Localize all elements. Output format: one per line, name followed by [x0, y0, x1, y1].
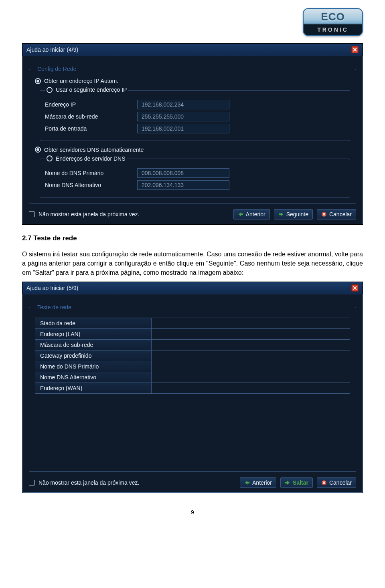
cancel-icon — [321, 211, 327, 217]
close-button[interactable] — [351, 284, 359, 292]
gateway-label: Porta de entrada — [45, 125, 137, 132]
cancel-button-label: Cancelar — [329, 479, 352, 486]
prev-button[interactable]: Anterior — [240, 477, 276, 488]
cancel-button[interactable]: Cancelar — [317, 477, 356, 488]
radio-auto-dns-label: Obter servidores DNS automaticamente — [44, 147, 144, 153]
radio-manual-ip-label: Usar o seguinte endereço IP — [56, 87, 127, 93]
ip-label: Endereço IP — [45, 101, 137, 108]
radio-manual-ip[interactable] — [47, 87, 53, 93]
dialog-title: Ajuda ao Iniciar (4/9) — [26, 46, 78, 53]
network-test-dialog: Ajuda ao Iniciar (5/9) Teste de rede Sta… — [22, 282, 363, 493]
dns1-label: Nome do DNS Primário — [45, 170, 137, 176]
network-config-fieldset: Config de Rede Obter um endereço IP Auto… — [29, 66, 356, 203]
table-row: Nome do DNS Primário — [35, 361, 350, 372]
dialog-title: Ajuda ao Iniciar (5/9) — [26, 285, 78, 291]
ip-input[interactable]: 192.168.002.234 — [137, 100, 229, 109]
row-value — [152, 340, 350, 350]
close-icon — [353, 286, 357, 290]
row-value — [152, 372, 350, 383]
logo: ECO TRONIC — [303, 8, 363, 36]
titlebar: Ajuda ao Iniciar (5/9) — [22, 282, 363, 294]
arrow-right-icon — [278, 211, 284, 217]
radio-manual-dns[interactable] — [47, 155, 53, 161]
radio-auto-ip[interactable] — [35, 78, 41, 84]
row-value — [152, 361, 350, 372]
manual-ip-fieldset: Usar o seguinte endereço IP Endereço IP … — [40, 87, 350, 141]
dont-show-checkbox[interactable] — [29, 480, 34, 485]
table-row: Stado da rede — [35, 318, 350, 329]
mask-label: Máscara de sub-rede — [45, 113, 137, 120]
titlebar: Ajuda ao Iniciar (4/9) — [22, 44, 363, 56]
arrow-left-icon — [244, 480, 250, 485]
prev-button-label: Anterior — [252, 479, 272, 486]
row-value — [152, 350, 350, 361]
network-test-table: Stado da rede Endereço (LAN) Máscara de … — [35, 318, 350, 394]
network-config-dialog: Ajuda ao Iniciar (4/9) Config de Rede Ob… — [22, 43, 363, 225]
row-value — [152, 383, 350, 393]
prev-button[interactable]: Anterior — [233, 209, 270, 219]
table-row: Máscara de sub-rede — [35, 340, 350, 350]
close-icon — [353, 48, 357, 52]
next-button[interactable]: Seguinte — [274, 209, 313, 219]
dont-show-checkbox[interactable] — [29, 211, 34, 217]
arrow-right-icon — [285, 480, 290, 485]
arrow-left-icon — [238, 211, 243, 217]
gateway-input[interactable]: 192.168.002.001 — [137, 124, 229, 133]
table-row: Endereço (WAN) — [35, 383, 350, 393]
dont-show-label: Não mostrar esta janela da próxima vez. — [38, 211, 139, 217]
cancel-button-label: Cancelar — [329, 211, 352, 217]
dns2-label: Nome DNS Alternativo — [45, 182, 137, 188]
row-label: Stado da rede — [35, 318, 152, 328]
mask-input[interactable]: 255.255.255.000 — [137, 112, 229, 121]
radio-manual-dns-label: Endereços de servidor DNS — [56, 155, 126, 162]
skip-button-label: Saltar — [293, 479, 308, 486]
network-test-fieldset: Teste de rede Stado da rede Endereço (LA… — [29, 304, 356, 472]
row-value — [152, 318, 350, 328]
dns1-input[interactable]: 008.008.008.008 — [137, 168, 229, 178]
row-label: Endereço (LAN) — [35, 329, 152, 339]
paragraph-1: O sistema irá testar sua configuração de… — [22, 250, 363, 278]
cancel-button[interactable]: Cancelar — [317, 209, 356, 219]
table-row: Nome DNS Alternativo — [35, 372, 350, 383]
row-label: Endereço (WAN) — [35, 383, 152, 393]
row-label: Máscara de sub-rede — [35, 340, 152, 350]
close-button[interactable] — [351, 46, 359, 53]
cancel-icon — [321, 480, 327, 485]
radio-auto-dns[interactable] — [35, 147, 41, 153]
page-number: 9 — [22, 509, 363, 516]
skip-button[interactable]: Saltar — [280, 477, 313, 488]
dns2-input[interactable]: 202.096.134.133 — [137, 180, 229, 190]
section-heading: 2.7 Teste de rede — [22, 234, 363, 242]
fieldset-legend: Config de Rede — [35, 66, 79, 72]
fieldset-legend: Teste de rede — [35, 304, 74, 310]
dont-show-label: Não mostrar esta janela da próxima vez. — [38, 479, 139, 486]
logo-text-bottom: TRONIC — [304, 26, 362, 33]
logo-text-top: ECO — [304, 11, 362, 23]
prev-button-label: Anterior — [246, 211, 265, 217]
table-row: Gateway predefinido — [35, 350, 350, 361]
table-row: Endereço (LAN) — [35, 329, 350, 340]
next-button-label: Seguinte — [286, 211, 308, 217]
row-label: Nome DNS Alternativo — [35, 372, 152, 383]
radio-auto-ip-label: Obter um endereço IP Autom. — [44, 78, 118, 84]
row-label: Gateway predefinido — [35, 350, 152, 361]
row-label: Nome do DNS Primário — [35, 361, 152, 372]
manual-dns-fieldset: Endereços de servidor DNS Nome do DNS Pr… — [40, 155, 350, 198]
row-value — [152, 329, 350, 339]
